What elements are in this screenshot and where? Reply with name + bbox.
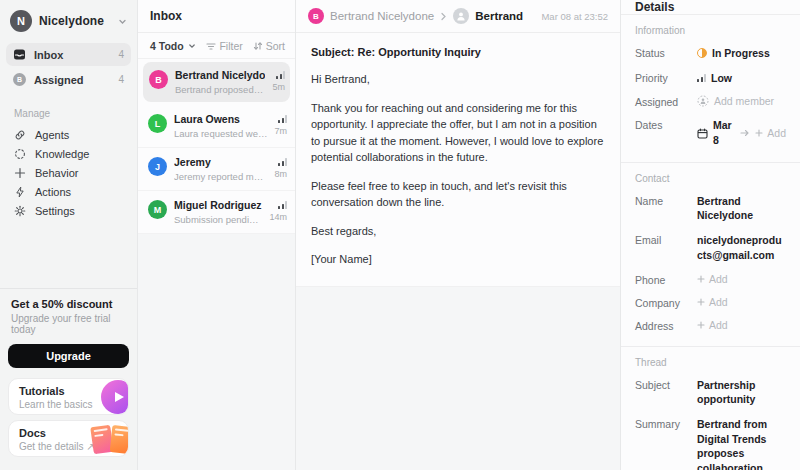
tutorials-card[interactable]: Tutorials Learn the basics (8, 378, 129, 415)
person-avatar-icon (453, 8, 469, 24)
add-member-button[interactable]: Add member (714, 95, 774, 107)
thread-summary-value: Bertrand from Digital Trends proposes co… (697, 417, 786, 470)
company-label: Company (635, 296, 697, 309)
chevron-down-icon (188, 42, 196, 50)
sidebar-item-label: Settings (35, 204, 75, 217)
conversation-item[interactable]: M Miguel Rodriguez Submission pending, f… (138, 191, 295, 234)
inbox-count: 4 (118, 49, 124, 60)
details-body: Information Status In Progress Priority … (621, 15, 800, 470)
status-value[interactable]: In Progress (697, 46, 786, 61)
signal-bars-icon (278, 115, 287, 123)
thread-section-label: Thread (621, 347, 800, 373)
conversation-name: Jeremy (174, 156, 267, 168)
email-label: Email (635, 233, 697, 246)
filter-label: Filter (219, 40, 242, 52)
play-icon[interactable] (101, 380, 129, 414)
contact-name-value[interactable]: Bertrand Nicelydone (697, 194, 786, 223)
todo-filter-dropdown[interactable]: 4 Todo (150, 40, 196, 52)
promo-title: Get a 50% discount (8, 298, 129, 310)
todo-filter-label: 4 Todo (150, 40, 184, 52)
breadcrumb-current: Bertrand (475, 10, 523, 22)
details-header: Details (621, 0, 800, 15)
conversation-name: Miguel Rodriguez (174, 199, 262, 211)
thread-view: B Bertrand Nicelydone Bertrand Mar 08 at… (296, 0, 620, 470)
sidebar-item-settings[interactable]: Settings (0, 201, 137, 220)
sort-button[interactable]: Sort (253, 40, 285, 52)
sidebar-footer: Get a 50% discount Upgrade your free tri… (0, 288, 137, 470)
lightning-icon (14, 186, 26, 198)
filter-button[interactable]: Filter (206, 40, 242, 52)
workspace-switcher[interactable]: N Nicelydone (0, 8, 137, 42)
sidebar-item-actions[interactable]: Actions (0, 182, 137, 201)
breadcrumb-parent[interactable]: Bertrand Nicelydone (330, 10, 434, 22)
thread-subject-value: Partnership opportunity (697, 378, 786, 407)
conversation-preview: Submission pending, flagged for... (174, 214, 262, 225)
name-label: Name (635, 194, 697, 207)
conversation-list: B Bertrand Nicelydone Bertrand proposed … (138, 59, 295, 234)
conversation-item[interactable]: J Jeremy Jeremy reported mobile display … (138, 148, 295, 191)
upgrade-button[interactable]: Upgrade (8, 344, 129, 368)
sidebar-item-knowledge[interactable]: Knowledge (0, 144, 137, 163)
add-company-button[interactable]: Add (697, 296, 728, 308)
sidebar-item-label: Agents (35, 128, 69, 141)
assigned-count: 4 (118, 74, 124, 85)
add-address-button[interactable]: Add (697, 319, 728, 331)
conversation-name: Bertrand Nicelydone (175, 69, 265, 81)
priority-row: Priority Low (621, 66, 800, 91)
conversation-time: 7m (274, 126, 287, 136)
sidebar-item-inbox[interactable]: Inbox 4 (6, 43, 131, 66)
assigned-row: Assigned Add member (621, 90, 800, 113)
message-paragraph: [Your Name] (311, 251, 605, 268)
inbox-list-header: Inbox (138, 0, 295, 33)
chevron-right-icon (440, 12, 447, 21)
message-paragraph: Best regards, (311, 223, 605, 240)
inbox-list-panel: Inbox 4 Todo Filter Sort (138, 0, 296, 470)
avatar: M (148, 200, 167, 219)
workspace-name: Nicelydone (39, 14, 111, 28)
avatar: B (308, 8, 324, 24)
status-row: Status In Progress (621, 41, 800, 66)
subject-label: Subject (635, 378, 697, 391)
link-icon (14, 129, 26, 141)
sidebar-item-assigned[interactable]: B Assigned 4 (6, 68, 131, 91)
inbox-toolbar: 4 Todo Filter Sort (138, 33, 295, 59)
sidebar-item-label: Actions (35, 185, 71, 198)
signal-bars-icon (278, 201, 287, 209)
in-progress-status-icon (697, 48, 707, 58)
bot-avatar-icon: B (13, 73, 26, 86)
date-value[interactable]: Mar 8 (713, 118, 735, 147)
avatar: J (148, 157, 167, 176)
sidebar-item-label: Behavior (35, 166, 78, 179)
thread-header: B Bertrand Nicelydone Bertrand Mar 08 at… (296, 0, 620, 33)
contact-company-row: Company Add (621, 291, 800, 314)
priority-value[interactable]: Low (697, 71, 786, 86)
conversation-preview: Jeremy reported mobile display ... (174, 171, 267, 182)
list-empty-space (138, 234, 295, 470)
contact-email-value[interactable]: nicelydoneproducts@gmail.com (697, 233, 786, 262)
promo-subtitle: Upgrade your free trial today (8, 310, 129, 335)
add-phone-button[interactable]: Add (697, 273, 728, 285)
conversation-time: 14m (269, 212, 287, 222)
priority-label: Priority (635, 71, 697, 84)
sidebar-item-label: Knowledge (35, 147, 89, 160)
plus-icon (14, 167, 26, 179)
assigned-label: Assigned (635, 95, 697, 108)
conversation-name: Laura Owens (174, 113, 267, 125)
conversation-preview: Laura requested website remova... (174, 128, 267, 139)
conversation-item[interactable]: B Bertrand Nicelydone Bertrand proposed … (143, 62, 290, 102)
conversation-time: 5m (272, 82, 285, 92)
thread-summary-row: Summary Bertrand from Digital Trends pro… (621, 412, 800, 470)
avatar: L (148, 114, 167, 133)
dates-row: Dates Mar 8 Add (621, 113, 800, 152)
sidebar-item-agents[interactable]: Agents (0, 125, 137, 144)
message-subject: Subject: Re: Opportunity Inquiry (311, 46, 605, 58)
thread-empty-space (296, 287, 620, 470)
details-title: Details (635, 0, 674, 14)
information-section-label: Information (621, 15, 800, 41)
sidebar-item-behavior[interactable]: Behavior (0, 163, 137, 182)
message-body: Subject: Re: Opportunity Inquiry Hi Bert… (296, 33, 620, 287)
conversation-item[interactable]: L Laura Owens Laura requested website re… (138, 105, 295, 148)
docs-card[interactable]: Docs Get the details ↗ (8, 420, 129, 457)
message-paragraph: Please feel free to keep in touch, and l… (311, 178, 605, 211)
add-date-button[interactable]: Add (755, 127, 786, 139)
